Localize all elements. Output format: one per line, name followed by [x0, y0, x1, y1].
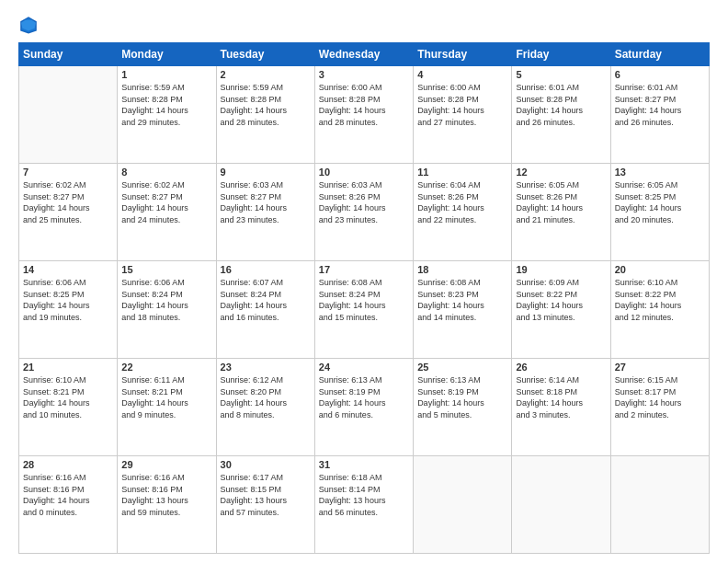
calendar-cell: 31Sunrise: 6:18 AM Sunset: 8:14 PM Dayli… [314, 456, 413, 554]
logo [18, 15, 42, 35]
header [18, 15, 710, 35]
day-number: 7 [23, 167, 113, 178]
calendar-cell: 15Sunrise: 6:06 AM Sunset: 8:24 PM Dayli… [118, 261, 216, 359]
calendar-header-wednesday: Wednesday [314, 43, 413, 66]
calendar-header-row: SundayMondayTuesdayWednesdayThursdayFrid… [19, 43, 710, 66]
calendar-cell: 17Sunrise: 6:08 AM Sunset: 8:24 PM Dayli… [314, 261, 413, 359]
day-info: Sunrise: 6:16 AM Sunset: 8:16 PM Dayligh… [23, 472, 113, 518]
day-number: 28 [23, 459, 113, 470]
calendar-week-row: 7Sunrise: 6:02 AM Sunset: 8:27 PM Daylig… [19, 164, 710, 261]
day-number: 1 [121, 69, 211, 80]
calendar-cell: 3Sunrise: 6:00 AM Sunset: 8:28 PM Daylig… [314, 66, 413, 164]
day-info: Sunrise: 5:59 AM Sunset: 8:28 PM Dayligh… [221, 82, 311, 128]
calendar-header-saturday: Saturday [610, 43, 709, 66]
day-info: Sunrise: 6:04 AM Sunset: 8:26 PM Dayligh… [417, 179, 507, 225]
calendar-cell: 20Sunrise: 6:10 AM Sunset: 8:22 PM Dayli… [610, 261, 709, 359]
day-number: 23 [221, 362, 311, 373]
calendar-cell [512, 456, 610, 554]
logo-icon [18, 15, 39, 35]
calendar-cell: 14Sunrise: 6:06 AM Sunset: 8:25 PM Dayli… [19, 261, 118, 359]
day-info: Sunrise: 5:59 AM Sunset: 8:28 PM Dayligh… [121, 82, 211, 128]
day-info: Sunrise: 6:05 AM Sunset: 8:25 PM Dayligh… [615, 179, 705, 225]
day-number: 27 [615, 362, 705, 373]
day-info: Sunrise: 6:08 AM Sunset: 8:23 PM Dayligh… [417, 277, 507, 323]
day-number: 8 [121, 167, 211, 178]
calendar-cell: 22Sunrise: 6:11 AM Sunset: 8:21 PM Dayli… [118, 359, 216, 456]
calendar-cell: 1Sunrise: 5:59 AM Sunset: 8:28 PM Daylig… [118, 66, 216, 164]
calendar-cell: 19Sunrise: 6:09 AM Sunset: 8:22 PM Dayli… [512, 261, 610, 359]
calendar-cell: 25Sunrise: 6:13 AM Sunset: 8:19 PM Dayli… [414, 359, 512, 456]
day-info: Sunrise: 6:09 AM Sunset: 8:22 PM Dayligh… [516, 277, 606, 323]
calendar-cell [610, 456, 709, 554]
day-number: 31 [319, 459, 409, 470]
calendar-header-friday: Friday [512, 43, 610, 66]
day-number: 9 [221, 167, 311, 178]
day-number: 21 [23, 362, 113, 373]
day-info: Sunrise: 6:03 AM Sunset: 8:27 PM Dayligh… [221, 179, 311, 225]
calendar-cell: 24Sunrise: 6:13 AM Sunset: 8:19 PM Dayli… [314, 359, 413, 456]
day-number: 10 [319, 167, 409, 178]
calendar-cell: 7Sunrise: 6:02 AM Sunset: 8:27 PM Daylig… [19, 164, 118, 261]
calendar-cell: 21Sunrise: 6:10 AM Sunset: 8:21 PM Dayli… [19, 359, 118, 456]
day-info: Sunrise: 6:01 AM Sunset: 8:28 PM Dayligh… [516, 82, 606, 128]
day-info: Sunrise: 6:16 AM Sunset: 8:16 PM Dayligh… [121, 472, 211, 518]
day-number: 24 [319, 362, 409, 373]
day-info: Sunrise: 6:18 AM Sunset: 8:14 PM Dayligh… [319, 472, 409, 518]
day-number: 30 [221, 459, 311, 470]
day-number: 29 [121, 459, 211, 470]
calendar-cell [414, 456, 512, 554]
day-number: 26 [516, 362, 606, 373]
day-info: Sunrise: 6:06 AM Sunset: 8:25 PM Dayligh… [23, 277, 113, 323]
day-number: 15 [121, 264, 211, 275]
day-number: 16 [221, 264, 311, 275]
day-number: 11 [417, 167, 507, 178]
calendar-cell: 4Sunrise: 6:00 AM Sunset: 8:28 PM Daylig… [414, 66, 512, 164]
day-number: 22 [121, 362, 211, 373]
calendar-cell: 10Sunrise: 6:03 AM Sunset: 8:26 PM Dayli… [314, 164, 413, 261]
calendar-cell: 5Sunrise: 6:01 AM Sunset: 8:28 PM Daylig… [512, 66, 610, 164]
calendar-cell: 6Sunrise: 6:01 AM Sunset: 8:27 PM Daylig… [610, 66, 709, 164]
day-info: Sunrise: 6:00 AM Sunset: 8:28 PM Dayligh… [319, 82, 409, 128]
day-info: Sunrise: 6:13 AM Sunset: 8:19 PM Dayligh… [417, 374, 507, 420]
day-number: 18 [417, 264, 507, 275]
day-info: Sunrise: 6:06 AM Sunset: 8:24 PM Dayligh… [121, 277, 211, 323]
day-info: Sunrise: 6:17 AM Sunset: 8:15 PM Dayligh… [221, 472, 311, 518]
calendar-table: SundayMondayTuesdayWednesdayThursdayFrid… [18, 42, 710, 554]
calendar-cell: 18Sunrise: 6:08 AM Sunset: 8:23 PM Dayli… [414, 261, 512, 359]
day-info: Sunrise: 6:10 AM Sunset: 8:21 PM Dayligh… [23, 374, 113, 420]
day-number: 6 [615, 69, 705, 80]
day-info: Sunrise: 6:12 AM Sunset: 8:20 PM Dayligh… [221, 374, 311, 420]
day-number: 13 [615, 167, 705, 178]
day-info: Sunrise: 6:08 AM Sunset: 8:24 PM Dayligh… [319, 277, 409, 323]
day-info: Sunrise: 6:02 AM Sunset: 8:27 PM Dayligh… [23, 179, 113, 225]
calendar-week-row: 14Sunrise: 6:06 AM Sunset: 8:25 PM Dayli… [19, 261, 710, 359]
day-info: Sunrise: 6:14 AM Sunset: 8:18 PM Dayligh… [516, 374, 606, 420]
day-number: 3 [319, 69, 409, 80]
calendar-cell: 11Sunrise: 6:04 AM Sunset: 8:26 PM Dayli… [414, 164, 512, 261]
day-number: 2 [221, 69, 311, 80]
calendar-cell: 16Sunrise: 6:07 AM Sunset: 8:24 PM Dayli… [216, 261, 314, 359]
day-number: 17 [319, 264, 409, 275]
day-number: 4 [417, 69, 507, 80]
calendar-cell: 30Sunrise: 6:17 AM Sunset: 8:15 PM Dayli… [216, 456, 314, 554]
day-number: 25 [417, 362, 507, 373]
calendar-week-row: 21Sunrise: 6:10 AM Sunset: 8:21 PM Dayli… [19, 359, 710, 456]
day-info: Sunrise: 6:05 AM Sunset: 8:26 PM Dayligh… [516, 179, 606, 225]
day-number: 19 [516, 264, 606, 275]
calendar-cell: 9Sunrise: 6:03 AM Sunset: 8:27 PM Daylig… [216, 164, 314, 261]
calendar-cell: 2Sunrise: 5:59 AM Sunset: 8:28 PM Daylig… [216, 66, 314, 164]
day-info: Sunrise: 6:11 AM Sunset: 8:21 PM Dayligh… [121, 374, 211, 420]
day-info: Sunrise: 6:03 AM Sunset: 8:26 PM Dayligh… [319, 179, 409, 225]
day-number: 20 [615, 264, 705, 275]
calendar-cell: 29Sunrise: 6:16 AM Sunset: 8:16 PM Dayli… [118, 456, 216, 554]
calendar-week-row: 1Sunrise: 5:59 AM Sunset: 8:28 PM Daylig… [19, 66, 710, 164]
calendar-cell: 12Sunrise: 6:05 AM Sunset: 8:26 PM Dayli… [512, 164, 610, 261]
calendar-cell: 26Sunrise: 6:14 AM Sunset: 8:18 PM Dayli… [512, 359, 610, 456]
calendar-cell: 23Sunrise: 6:12 AM Sunset: 8:20 PM Dayli… [216, 359, 314, 456]
day-number: 12 [516, 167, 606, 178]
calendar-cell: 13Sunrise: 6:05 AM Sunset: 8:25 PM Dayli… [610, 164, 709, 261]
day-info: Sunrise: 6:07 AM Sunset: 8:24 PM Dayligh… [221, 277, 311, 323]
day-info: Sunrise: 6:00 AM Sunset: 8:28 PM Dayligh… [417, 82, 507, 128]
calendar-header-monday: Monday [118, 43, 216, 66]
day-info: Sunrise: 6:13 AM Sunset: 8:19 PM Dayligh… [319, 374, 409, 420]
